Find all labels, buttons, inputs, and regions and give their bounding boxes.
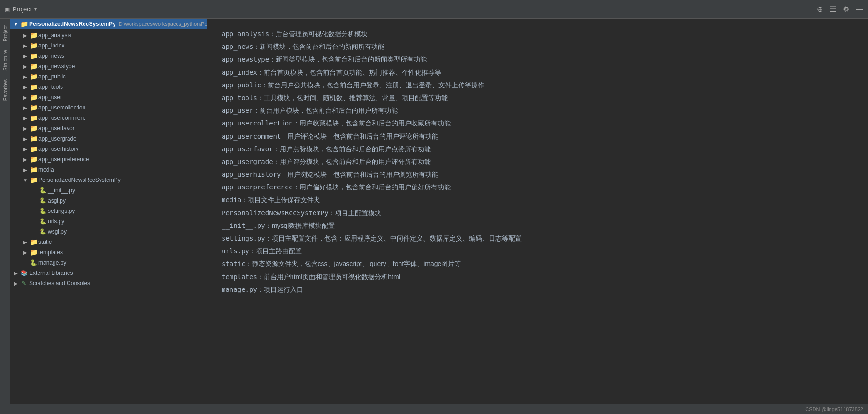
description-line: app_usercomment：用户评论模块，包含前台和后台的用户评论所有功能	[222, 131, 854, 142]
project-panel: ▼ 📁 PersonalizedNewsRecSystemPy D:\works…	[10, 19, 207, 404]
folder-arrow: ▶	[22, 54, 29, 59]
tree-item[interactable]: ▶ 📁 app_index	[10, 40, 207, 51]
tree-item-label: app_userhistory	[38, 146, 78, 152]
tree-item-label: app_usercollection	[38, 104, 85, 111]
top-bar-actions: ⊕ ☰ ⚙ —	[817, 5, 863, 14]
description-line: media：项目文件上传保存文件夹	[222, 194, 854, 206]
tree-item[interactable]: ▶ 📁 app_news	[10, 51, 207, 61]
python-file-icon: 🐍	[29, 259, 38, 266]
tree-item[interactable]: ▶ 📁 app_user	[10, 92, 207, 102]
tree-item[interactable]: ▶ 📁 app_analysis	[10, 30, 207, 40]
description-line: app_news：新闻模块，包含前台和后台的新闻所有功能	[222, 41, 854, 53]
folder-arrow: ▶	[22, 250, 29, 255]
scratches-icon: ✎	[20, 280, 28, 287]
status-bar: CSDN @linge511873822	[0, 404, 868, 414]
description-line: __init__.py：mysql数据库模块配置	[222, 220, 854, 232]
tree-item[interactable]: 🐍 asgi.py	[10, 195, 207, 206]
tree-item[interactable]: 🐍 urls.py	[10, 216, 207, 227]
status-text: CSDN @linge511873822	[805, 406, 863, 412]
description-line: urls.py：项目主路由配置	[222, 245, 854, 257]
content-area: app_analysis：后台管理员可视化数据分析模块app_news：新闻模块…	[207, 19, 868, 404]
folder-icon: 📁	[29, 145, 38, 153]
description-line: app_newstype：新闻类型模块，包含前台和后台的新闻类型所有功能	[222, 54, 854, 65]
root-path: D:\workspaces\workspaces_python\Personal…	[119, 21, 207, 27]
folder-icon: 📁	[29, 135, 38, 142]
tree-item[interactable]: 🐍 manage.py	[10, 258, 207, 268]
folder-icon: 📁	[29, 238, 38, 246]
tree-item-label: settings.py	[48, 208, 75, 214]
folder-icon: 📁	[29, 125, 38, 132]
sidebar-tab-structure[interactable]: Structure	[1, 48, 9, 73]
tree-item[interactable]: 🐍 __init__.py	[10, 185, 207, 195]
list-icon[interactable]: ☰	[830, 5, 836, 14]
folder-icon: 📁	[29, 83, 38, 91]
description-line: app_usercollection：用户收藏模块，包含前台和后台的用户收藏所有…	[222, 117, 854, 129]
tree-item[interactable]: ▶ 📁 app_tools	[10, 82, 207, 92]
left-side-tabs: Project Structure Favorites	[0, 19, 10, 404]
folder-icon: 📁	[29, 52, 38, 60]
tree-area[interactable]: ▶ 📁 app_analysis ▶ 📁 app_index ▶ 📁 app_n…	[10, 29, 207, 404]
folder-icon: 📁	[29, 176, 38, 184]
sidebar-tab-project[interactable]: Project	[1, 23, 9, 43]
description-line: templates：前台用户html页面和管理员可视化数据分析html	[222, 271, 854, 283]
tree-item[interactable]: ▶ 📁 app_public	[10, 71, 207, 82]
tree-item-label: app_tools	[38, 84, 63, 90]
tree-item[interactable]: ▶ 📁 static	[10, 237, 207, 247]
description-line: app_tools：工具模块，包时间、随机数、推荐算法、常量、项目配置等功能	[222, 92, 854, 104]
tree-item-label: app_analysis	[38, 32, 71, 39]
tree-item-label: app_user	[38, 94, 62, 101]
tree-item-label: app_userpreference	[38, 156, 89, 163]
folder-arrow: ▶	[22, 64, 29, 69]
folder-arrow: ▶	[22, 167, 29, 172]
folder-icon: 📁	[29, 42, 38, 49]
folder-icon: 📁	[29, 166, 38, 173]
minimize-icon[interactable]: —	[856, 5, 863, 14]
tree-item[interactable]: 🐍 settings.py	[10, 206, 207, 216]
tree-item-label: app_userfavor	[38, 125, 75, 132]
tree-item[interactable]: 🐍 wsgi.py	[10, 227, 207, 237]
folder-icon: 📁	[29, 94, 38, 101]
tree-item[interactable]: ▼ 📁 PersonalizedNewsRecSystemPy	[10, 175, 207, 185]
description-line: settings.py：项目主配置文件，包含：应用程序定义、中间件定义、数据库定…	[222, 233, 854, 244]
tree-item-label: Scratches and Consoles	[29, 280, 90, 287]
folder-arrow: ▶	[22, 43, 29, 48]
tree-item[interactable]: ▶ 📁 app_userfavor	[10, 123, 207, 133]
tree-item[interactable]: ▶ 📁 app_usergrade	[10, 133, 207, 144]
tree-item-label: static	[38, 239, 52, 245]
tree-item[interactable]: ▶ ✎ Scratches and Consoles	[10, 278, 207, 289]
tree-item[interactable]: ▶ 📁 app_usercollection	[10, 102, 207, 113]
python-file-icon: 🐍	[38, 197, 47, 204]
tree-item[interactable]: ▶ 📁 app_userpreference	[10, 154, 207, 164]
tree-item[interactable]: ▶ 📁 app_userhistory	[10, 144, 207, 154]
tree-item-label: app_usercomment	[38, 115, 85, 121]
project-root[interactable]: ▼ 📁 PersonalizedNewsRecSystemPy D:\works…	[10, 19, 207, 29]
tree-item-label: templates	[38, 249, 63, 256]
tree-item[interactable]: ▶ 📚 External Libraries	[10, 268, 207, 278]
tree-item-label: wsgi.py	[48, 228, 67, 235]
tree-item-label: app_news	[38, 53, 64, 59]
library-icon: 📚	[20, 270, 28, 276]
tree-item[interactable]: ▶ 📁 media	[10, 164, 207, 175]
description-line: app_index：前台首页模块，包含前台首页功能、热门推荐、个性化推荐等	[222, 67, 854, 78]
folder-arrow: ▶	[22, 85, 29, 90]
globe-icon[interactable]: ⊕	[817, 5, 823, 14]
tree-item-label: External Libraries	[29, 270, 73, 276]
description-line: PersonalizedNewsRecSystemPy：项目主配置模块	[222, 207, 854, 219]
tree-item[interactable]: ▶ 📁 app_newstype	[10, 61, 207, 71]
folder-arrow: ▶	[22, 240, 29, 245]
ext-arrow: ▶	[12, 271, 20, 276]
description-line: manage.py：项目运行入口	[222, 284, 854, 296]
tree-item[interactable]: ▶ 📁 app_usercomment	[10, 113, 207, 123]
description-line: app_usergrade：用户评分模块，包含前台和后台的用户评分所有功能	[222, 156, 854, 168]
description-line: app_userpreference：用户偏好模块，包含前台和后台的用户偏好所有…	[222, 181, 854, 193]
sidebar-tab-favorites[interactable]: Favorites	[1, 78, 9, 102]
tree-item[interactable]: ▶ 📁 templates	[10, 247, 207, 258]
description-line: app_userhistory：用户浏览模块，包含前台和后台的用户浏览所有功能	[222, 169, 854, 180]
python-file-icon: 🐍	[38, 228, 47, 235]
scratches-arrow: ▶	[12, 281, 20, 286]
project-title: Project	[13, 6, 31, 13]
folder-arrow: ▶	[22, 136, 29, 141]
tree-item-label: app_public	[38, 73, 66, 80]
settings-icon[interactable]: ⚙	[843, 5, 849, 14]
folder-arrow: ▶	[22, 147, 29, 152]
